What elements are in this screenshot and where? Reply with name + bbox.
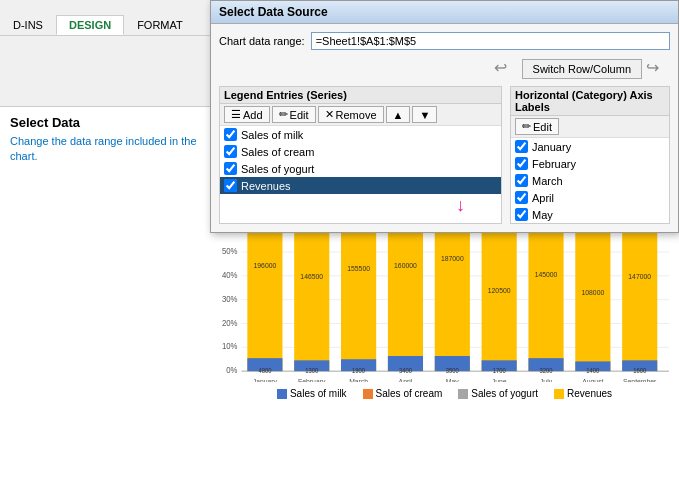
edit-series-button[interactable]: ✏ Edit xyxy=(272,106,316,123)
svg-text:155500: 155500 xyxy=(347,264,370,273)
svg-text:3400: 3400 xyxy=(399,367,413,374)
dialog-overlay: Select Data Source Chart data range: ↩ S… xyxy=(0,0,679,220)
svg-text:1600: 1600 xyxy=(633,367,647,374)
svg-text:1300: 1300 xyxy=(305,367,319,374)
add-series-button[interactable]: ☰ Add xyxy=(224,106,270,123)
dialog-columns: Legend Entries (Series) ☰ Add ✏ Edit ✕ R… xyxy=(219,86,670,224)
svg-text:120500: 120500 xyxy=(488,286,511,295)
legend-label-milk: Sales of milk xyxy=(241,129,303,141)
down-arrow-indicator: ↓ xyxy=(456,195,465,216)
legend-item-cream: Sales of cream xyxy=(220,143,501,160)
legend-color-cream xyxy=(363,389,373,399)
axis-list: January February March April xyxy=(511,138,669,223)
axis-label-jan: January xyxy=(532,141,571,153)
svg-text:20%: 20% xyxy=(222,318,238,327)
svg-text:January: January xyxy=(253,377,278,382)
data-range-label: Chart data range: xyxy=(219,35,305,47)
arrow-right-button[interactable]: ↪ xyxy=(646,58,670,80)
svg-text:145000: 145000 xyxy=(535,270,558,279)
axis-item-may: May xyxy=(511,206,669,223)
switch-row-col-dialog-button[interactable]: Switch Row/Column xyxy=(522,59,642,79)
axis-col: Horizontal (Category) Axis Labels ✏ Edit… xyxy=(510,86,670,224)
arrow-left-button[interactable]: ↩ xyxy=(494,58,518,80)
svg-text:30%: 30% xyxy=(222,294,238,303)
svg-text:April: April xyxy=(399,377,413,382)
legend-checkbox-cream[interactable] xyxy=(224,145,237,158)
edit-icon: ✏ xyxy=(279,108,288,121)
axis-item-jan: January xyxy=(511,138,669,155)
legend-item-milk: Sales of milk xyxy=(277,388,347,399)
svg-text:3200: 3200 xyxy=(540,367,554,374)
axis-item-apr: April xyxy=(511,189,669,206)
svg-text:108000: 108000 xyxy=(581,288,604,297)
svg-text:August: August xyxy=(582,377,603,382)
remove-icon: ✕ xyxy=(325,108,334,121)
legend-toolbar: ☰ Add ✏ Edit ✕ Remove ▲ ▼ xyxy=(220,104,501,126)
svg-text:3500: 3500 xyxy=(446,367,460,374)
legend-checkbox-revenues[interactable] xyxy=(224,179,237,192)
axis-label-feb: February xyxy=(532,158,576,170)
svg-text:10%: 10% xyxy=(222,342,238,351)
axis-checkbox-apr[interactable] xyxy=(515,191,528,204)
legend-checkbox-milk[interactable] xyxy=(224,128,237,141)
legend-item-revenues[interactable]: Revenues xyxy=(220,177,501,194)
move-up-button[interactable]: ▲ xyxy=(386,106,411,123)
svg-text:March: March xyxy=(349,377,368,382)
legend-label-yogurt: Sales of yogurt xyxy=(241,163,314,175)
remove-series-button[interactable]: ✕ Remove xyxy=(318,106,384,123)
legend-item-milk: Sales of milk xyxy=(220,126,501,143)
dialog-body: Chart data range: ↩ Switch Row/Column ↪ … xyxy=(211,24,678,232)
svg-text:40%: 40% xyxy=(222,271,238,280)
svg-text:1400: 1400 xyxy=(586,367,600,374)
legend-label-milk: Sales of milk xyxy=(290,388,347,399)
legend-item-revenues: Revenues xyxy=(554,388,612,399)
legend-col-header: Legend Entries (Series) xyxy=(220,87,501,104)
axis-checkbox-feb[interactable] xyxy=(515,157,528,170)
axis-item-mar: March xyxy=(511,172,669,189)
svg-text:146500: 146500 xyxy=(300,272,323,281)
add-icon: ☰ xyxy=(231,108,241,121)
dialog-middle: ↩ Switch Row/Column ↪ xyxy=(219,58,670,80)
legend-color-revenues xyxy=(554,389,564,399)
legend-label-cream: Sales of cream xyxy=(241,146,314,158)
legend-label-revenues: Revenues xyxy=(567,388,612,399)
axis-label-may: May xyxy=(532,209,553,221)
axis-col-header: Horizontal (Category) Axis Labels xyxy=(511,87,669,116)
axis-label-mar: March xyxy=(532,175,563,187)
svg-text:196000: 196000 xyxy=(254,261,277,270)
svg-text:50%: 50% xyxy=(222,247,238,256)
move-down-button[interactable]: ▼ xyxy=(412,106,437,123)
svg-text:0%: 0% xyxy=(226,366,238,375)
axis-checkbox-mar[interactable] xyxy=(515,174,528,187)
legend-list: Sales of milk Sales of cream Sales of yo… xyxy=(220,126,501,194)
svg-text:4800: 4800 xyxy=(258,367,272,374)
axis-label-apr: April xyxy=(532,192,554,204)
legend-color-yogurt xyxy=(458,389,468,399)
dialog-title: Select Data Source xyxy=(211,1,678,24)
axis-toolbar: ✏ Edit xyxy=(511,116,669,138)
edit-axis-icon: ✏ xyxy=(522,120,531,133)
data-range-row: Chart data range: xyxy=(219,32,670,50)
data-range-input[interactable] xyxy=(311,32,670,50)
axis-checkbox-may[interactable] xyxy=(515,208,528,221)
svg-text:187000: 187000 xyxy=(441,253,464,262)
svg-text:160000: 160000 xyxy=(394,261,417,270)
svg-text:July: July xyxy=(540,377,553,382)
chart-legend: Sales of milk Sales of cream Sales of yo… xyxy=(220,388,669,399)
legend-item-yogurt: Sales of yogurt xyxy=(458,388,538,399)
axis-checkbox-jan[interactable] xyxy=(515,140,528,153)
legend-label-revenues: Revenues xyxy=(241,180,291,192)
edit-axis-button[interactable]: ✏ Edit xyxy=(515,118,559,135)
legend-checkbox-yogurt[interactable] xyxy=(224,162,237,175)
svg-text:147000: 147000 xyxy=(628,272,651,281)
legend-item-cream: Sales of cream xyxy=(363,388,443,399)
svg-text:May: May xyxy=(446,377,459,382)
legend-item-yogurt: Sales of yogurt xyxy=(220,160,501,177)
svg-text:1900: 1900 xyxy=(352,367,366,374)
svg-text:1700: 1700 xyxy=(493,367,507,374)
axis-item-feb: February xyxy=(511,155,669,172)
select-data-dialog: Select Data Source Chart data range: ↩ S… xyxy=(210,0,679,233)
legend-label-yogurt: Sales of yogurt xyxy=(471,388,538,399)
legend-label-cream: Sales of cream xyxy=(376,388,443,399)
svg-text:September: September xyxy=(623,377,657,382)
